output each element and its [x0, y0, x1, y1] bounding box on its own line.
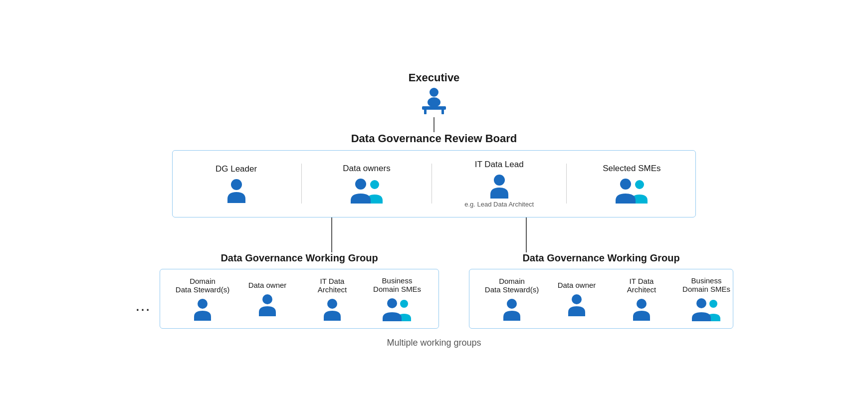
- wg-right-owner-label: Data owner: [558, 281, 596, 289]
- wg-left-smes-icon: [381, 297, 414, 321]
- wg-right-architect: IT Data Architect: [609, 277, 674, 321]
- svg-point-16: [400, 300, 408, 308]
- wg-right-architect-icon: [632, 298, 651, 321]
- wg-right-box: Domain Data Steward(s) Data owner: [469, 269, 733, 329]
- wg-left-block: Data Governance Working Group Domain Dat…: [160, 252, 439, 329]
- wg-right-steward-icon: [502, 298, 522, 321]
- review-board-box: DG Leader Data owners IT Da: [172, 150, 696, 217]
- wg-right-smes: Business Domain SMEs: [674, 276, 739, 321]
- wg-left-label: Data Governance Working Group: [220, 252, 378, 264]
- split-connector: [172, 217, 696, 252]
- svg-point-5: [231, 179, 242, 190]
- dg-leader-icon: [225, 178, 247, 203]
- wg-left-architect-label: IT Data Architect: [318, 277, 347, 294]
- data-owners-label: Data owners: [343, 164, 390, 174]
- data-owners-item: Data owners: [334, 164, 399, 204]
- review-board-label: Data Governance Review Board: [351, 132, 517, 145]
- svg-rect-2: [422, 106, 446, 110]
- wg-left-steward-label: Domain Data Steward(s): [176, 277, 229, 294]
- wg-right-label: Data Governance Working Group: [522, 252, 679, 264]
- org-diagram: Executive Data Governance Review Board D…: [85, 71, 783, 348]
- svg-point-21: [709, 300, 717, 308]
- svg-point-17: [387, 298, 397, 308]
- it-data-lead-sublabel: e.g. Lead Data Architect: [464, 201, 534, 208]
- wg-left-smes: Business Domain SMEs: [365, 276, 430, 321]
- svg-rect-4: [441, 109, 444, 114]
- svg-point-0: [430, 88, 438, 97]
- it-data-lead-item: IT Data Lead e.g. Lead Data Architect: [464, 160, 534, 208]
- it-data-lead-label: IT Data Lead: [475, 160, 524, 170]
- wg-right-owner: Data owner: [544, 281, 609, 316]
- data-owners-icon: [349, 178, 385, 204]
- wg-left-architect-icon: [322, 298, 342, 321]
- selected-smes-icon: [614, 178, 650, 204]
- wg-right-smes-icon: [690, 297, 723, 321]
- wg-right-steward: Domain Data Steward(s): [479, 277, 544, 321]
- wg-left-architect: IT Data Architect: [300, 277, 365, 321]
- wg-left-owner: Data owner: [235, 281, 300, 316]
- selected-smes-label: Selected SMEs: [603, 164, 660, 174]
- wg-right-block: Data Governance Working Group Domain Dat…: [469, 252, 733, 329]
- wg-left-steward: Domain Data Steward(s): [170, 277, 235, 321]
- wg-right-steward-label: Domain Data Steward(s): [485, 277, 539, 294]
- wg-left-box: Domain Data Steward(s) Data owner: [160, 269, 439, 329]
- svg-point-19: [572, 294, 582, 304]
- wg-left-owner-label: Data owner: [248, 281, 287, 289]
- svg-point-9: [635, 180, 644, 189]
- wg-right-smes-label: Business Domain SMEs: [682, 276, 730, 293]
- svg-rect-3: [424, 109, 427, 114]
- it-data-lead-icon: [488, 174, 510, 199]
- svg-point-18: [507, 299, 517, 309]
- executive-icon: [418, 87, 450, 117]
- dots-label: …: [135, 297, 151, 313]
- svg-point-6: [370, 180, 379, 189]
- svg-point-7: [355, 179, 366, 190]
- svg-point-15: [327, 299, 337, 309]
- dg-leader-label: DG Leader: [216, 164, 257, 174]
- svg-point-13: [198, 299, 208, 309]
- divider-3: [566, 164, 567, 204]
- svg-point-20: [637, 299, 647, 309]
- working-groups-row: … Data Governance Working Group Domain D…: [85, 252, 783, 329]
- executive-block: Executive: [409, 71, 460, 117]
- conn-exec-to-board: [434, 117, 434, 132]
- wg-left-smes-label: Business Domain SMEs: [373, 276, 421, 293]
- wg-left-steward-icon: [193, 298, 213, 321]
- divider-2: [432, 164, 432, 204]
- divider-1: [301, 164, 302, 204]
- wg-right-owner-icon: [567, 293, 587, 316]
- dg-leader-item: DG Leader: [204, 164, 269, 203]
- svg-point-14: [262, 294, 272, 304]
- wg-left-owner-icon: [257, 293, 277, 316]
- selected-smes-item: Selected SMEs: [599, 164, 664, 204]
- svg-point-10: [620, 179, 631, 190]
- wg-right-architect-label: IT Data Architect: [627, 277, 656, 294]
- executive-label: Executive: [409, 71, 460, 84]
- svg-point-8: [494, 175, 505, 186]
- svg-point-22: [696, 298, 706, 308]
- svg-point-1: [428, 97, 440, 107]
- multiple-label: Multiple working groups: [387, 338, 481, 348]
